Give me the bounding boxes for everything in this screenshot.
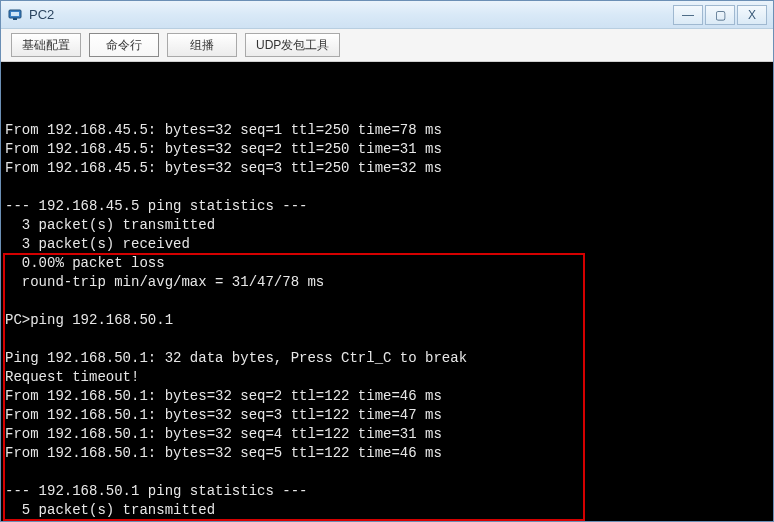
terminal-line: From 192.168.45.5: bytes=32 seq=2 ttl=25…: [5, 140, 769, 159]
terminal-line: [5, 463, 769, 482]
terminal-line: 0.00% packet loss: [5, 254, 769, 273]
terminal-line: From 192.168.50.1: bytes=32 seq=2 ttl=12…: [5, 387, 769, 406]
terminal-line: PC>ping 192.168.50.1: [5, 311, 769, 330]
terminal-line: 4 packet(s) received: [5, 520, 769, 521]
terminal-line: [5, 330, 769, 349]
app-window: PC2 — ▢ X 基础配置 命令行 组播 UDP发包工具 From 192.1…: [0, 0, 774, 522]
terminal-line: From 192.168.50.1: bytes=32 seq=4 ttl=12…: [5, 425, 769, 444]
terminal-line: From 192.168.50.1: bytes=32 seq=3 ttl=12…: [5, 406, 769, 425]
terminal-line: 3 packet(s) received: [5, 235, 769, 254]
terminal-line: From 192.168.45.5: bytes=32 seq=3 ttl=25…: [5, 159, 769, 178]
svg-rect-2: [13, 18, 17, 20]
terminal-line: From 192.168.50.1: bytes=32 seq=5 ttl=12…: [5, 444, 769, 463]
terminal-line: [5, 178, 769, 197]
tab-command-line[interactable]: 命令行: [89, 33, 159, 57]
terminal-line: From 192.168.45.5: bytes=32 seq=1 ttl=25…: [5, 121, 769, 140]
close-button[interactable]: X: [737, 5, 767, 25]
terminal-line: 3 packet(s) transmitted: [5, 216, 769, 235]
tab-udp-tool[interactable]: UDP发包工具: [245, 33, 340, 57]
terminal-line: --- 192.168.50.1 ping statistics ---: [5, 482, 769, 501]
minimize-button[interactable]: —: [673, 5, 703, 25]
window-title: PC2: [29, 7, 671, 22]
tab-multicast[interactable]: 组播: [167, 33, 237, 57]
tab-basic-config[interactable]: 基础配置: [11, 33, 81, 57]
terminal-line: --- 192.168.45.5 ping statistics ---: [5, 197, 769, 216]
window-controls: — ▢ X: [671, 5, 767, 25]
tab-toolbar: 基础配置 命令行 组播 UDP发包工具: [1, 29, 773, 62]
terminal-line: Request timeout!: [5, 368, 769, 387]
terminal-line: 5 packet(s) transmitted: [5, 501, 769, 520]
svg-rect-1: [11, 12, 19, 16]
app-icon: [7, 7, 23, 23]
terminal-output[interactable]: From 192.168.45.5: bytes=32 seq=1 ttl=25…: [1, 62, 773, 521]
maximize-button[interactable]: ▢: [705, 5, 735, 25]
terminal-line: [5, 292, 769, 311]
terminal-line: round-trip min/avg/max = 31/47/78 ms: [5, 273, 769, 292]
terminal-line: Ping 192.168.50.1: 32 data bytes, Press …: [5, 349, 769, 368]
titlebar: PC2 — ▢ X: [1, 1, 773, 29]
